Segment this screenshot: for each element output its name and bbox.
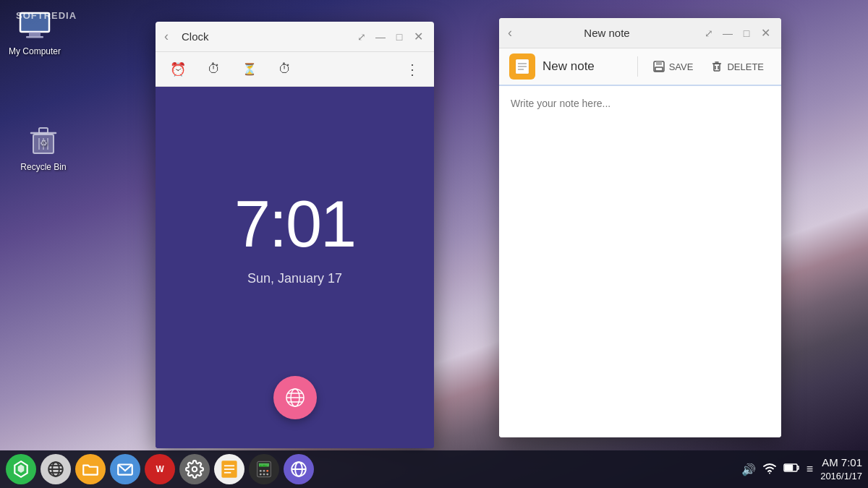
recycle-bin-icon: ♻ [26, 123, 61, 158]
recycle-bin-label: Recycle Bin [20, 162, 66, 172]
svg-text:W: W [156, 464, 164, 474]
svg-point-43 [266, 470, 268, 472]
clock-title: Clock [173, 22, 350, 52]
taskbar-time: AM 7:01 [820, 455, 862, 470]
taskbar-filemanager-button[interactable] [75, 454, 106, 484]
clock-window: ‹ Clock ⤢ — □ ✕ ⏰ ⏱ ⏳ ⏱ ⋮ 7:01 Sun, Janu… [156, 22, 434, 448]
delete-icon [710, 60, 723, 73]
note-window: ‹ New note ⤢ — □ ✕ New note [499, 18, 781, 437]
note-minimize-button[interactable]: — [720, 26, 735, 40]
svg-text:+-×÷: +-×÷ [260, 464, 267, 468]
svg-rect-20 [656, 61, 662, 65]
timer-icon[interactable]: ⏳ [242, 62, 257, 76]
clock-time-display: 7:01 [234, 192, 355, 257]
desktop: SOFTREDIA My Computer ♻ [0, 0, 868, 488]
taskbar-system-tray: 🔊 ≡ [741, 455, 862, 483]
note-close-button[interactable]: ✕ [758, 26, 773, 40]
taskbar: W [0, 450, 868, 488]
toolbar-separator [637, 56, 638, 77]
svg-point-46 [266, 474, 268, 476]
note-titlebar: ‹ New note ⤢ — □ ✕ [499, 18, 781, 48]
svg-rect-1 [29, 32, 41, 36]
clock-back-button[interactable]: ‹ [164, 29, 169, 44]
taskbar-calculator-button[interactable]: +-×÷ [249, 454, 279, 484]
clock-minimize-button[interactable]: — [373, 30, 388, 44]
svg-point-51 [769, 473, 770, 474]
alarm-icon[interactable]: ⏰ [170, 61, 186, 77]
taskbar-settings-button[interactable] [179, 454, 210, 484]
note-delete-button[interactable]: DELETE [703, 56, 771, 77]
svg-point-44 [260, 474, 262, 476]
note-title: New note [516, 27, 697, 39]
note-maximize-button[interactable]: □ [739, 26, 754, 40]
clock-titlebar: ‹ Clock ⤢ — □ ✕ [156, 22, 434, 52]
clock-close-button[interactable]: ✕ [411, 30, 425, 44]
my-computer-label: My Computer [9, 46, 61, 56]
clock-icon[interactable]: ⏱ [208, 61, 221, 77]
clock-body: 7:01 Sun, January 17 [156, 87, 434, 448]
taskbar-word-button[interactable]: W [145, 454, 175, 484]
clock-toolbar: ⏰ ⏱ ⏳ ⏱ ⋮ [156, 52, 434, 87]
svg-point-42 [263, 470, 265, 472]
notification-icon[interactable]: ≡ [807, 463, 813, 476]
battery-icon[interactable] [783, 463, 799, 476]
note-back-button[interactable]: ‹ [508, 25, 512, 40]
clock-more-button[interactable]: ⋮ [405, 61, 420, 78]
taskbar-mail-button[interactable] [110, 454, 140, 484]
note-heading: New note [542, 59, 595, 74]
svg-point-34 [192, 467, 197, 472]
clock-maximize-button[interactable]: □ [392, 30, 407, 44]
svg-rect-2 [26, 36, 43, 38]
note-content-area[interactable] [499, 86, 781, 437]
clock-globe-button[interactable] [273, 376, 317, 419]
taskbar-clock: AM 7:01 2016/1/17 [820, 455, 862, 483]
note-toolbar: New note SAVE [499, 48, 781, 86]
note-expand-button[interactable]: ⤢ [702, 26, 716, 40]
save-label: SAVE [669, 61, 694, 72]
clock-date-display: Sun, January 17 [247, 271, 342, 286]
taskbar-manjaro-button[interactable] [6, 454, 36, 484]
svg-rect-53 [785, 466, 792, 471]
softredia-watermark: SOFTREDIA [16, 10, 77, 21]
note-save-button[interactable]: SAVE [645, 56, 701, 77]
svg-point-41 [260, 470, 262, 472]
taskbar-date: 2016/1/17 [820, 470, 862, 483]
wifi-icon[interactable] [763, 461, 776, 477]
save-icon [652, 60, 665, 73]
note-app-icon [509, 53, 535, 80]
taskbar-browser-button[interactable] [41, 454, 71, 484]
note-icon-area: New note [509, 53, 630, 80]
volume-icon[interactable]: 🔊 [741, 463, 756, 476]
taskbar-clock-app-button[interactable] [284, 454, 314, 484]
note-textarea[interactable] [511, 98, 770, 426]
stopwatch-icon[interactable]: ⏱ [278, 61, 292, 77]
svg-point-45 [263, 474, 265, 476]
delete-label: DELETE [727, 61, 764, 72]
clock-expand-button[interactable]: ⤢ [354, 30, 369, 44]
desktop-icon-recycle-bin[interactable]: ♻ Recycle Bin [14, 123, 72, 172]
taskbar-notes-button[interactable] [214, 454, 244, 484]
svg-text:♻: ♻ [40, 138, 48, 148]
svg-rect-21 [655, 67, 663, 71]
svg-rect-23 [714, 64, 720, 71]
